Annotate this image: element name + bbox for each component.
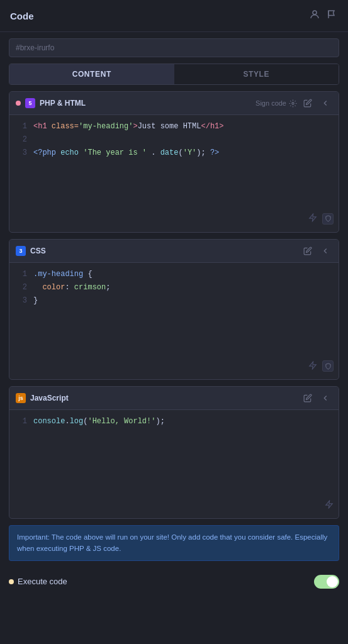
svg-point-2 [292, 102, 294, 104]
execute-label-text: Execute code [18, 577, 67, 586]
bolt-icon[interactable] [308, 213, 317, 224]
sign-code-button[interactable]: Sign code [255, 99, 297, 108]
php-html-footer [9, 211, 339, 227]
php-html-section: 5 PHP & HTML Sign code 1 <h1 class='my-h… [9, 91, 339, 233]
shield-icon[interactable] [322, 360, 334, 372]
js-title: js JavaScript [16, 393, 69, 403]
header-actions [309, 9, 338, 23]
footer-bar: Execute code [0, 567, 348, 596]
css-section: 3 CSS 1 .my-heading { 2 color: crimson; … [9, 239, 339, 380]
php-collapse-icon[interactable] [318, 96, 332, 110]
js-edit-icon[interactable] [301, 391, 315, 405]
code-line: 2 [9, 133, 339, 147]
bolt-icon[interactable] [308, 361, 317, 372]
shield-icon[interactable] [322, 213, 334, 225]
svg-marker-4 [310, 362, 317, 369]
css-collapse-icon[interactable] [318, 244, 332, 258]
css-header: 3 CSS [9, 240, 339, 263]
tab-style[interactable]: STYLE [174, 64, 339, 84]
svg-point-0 [313, 11, 317, 14]
toggle-knob [327, 576, 338, 587]
css-edit-icon[interactable] [301, 244, 315, 258]
js-code-area: 1 console.log('Hello, World!'); [9, 410, 339, 518]
php-html-title: 5 PHP & HTML [16, 98, 86, 108]
js-footer [9, 497, 339, 513]
svg-marker-5 [326, 501, 333, 508]
execute-code-toggle[interactable] [314, 575, 339, 589]
code-line: 2 color: crimson; [9, 281, 339, 294]
css-badge: 3 [16, 246, 26, 256]
code-line: 1 console.log('Hello, World!'); [9, 415, 339, 428]
php-html-actions: Sign code [255, 96, 332, 110]
element-id-bar: #brxe-irurfo [9, 38, 339, 57]
app-header: Code [0, 0, 348, 32]
flag-icon[interactable] [327, 9, 338, 23]
svg-marker-3 [310, 214, 317, 221]
app-title: Code [10, 11, 34, 21]
code-line: 3 } [9, 294, 339, 308]
css-actions [301, 244, 332, 258]
css-title: 3 CSS [16, 246, 46, 256]
code-line: 1 <h1 class='my-heading'>Just some HTML<… [9, 120, 339, 133]
js-section: js JavaScript 1 console.log('Hello, Worl… [9, 386, 339, 519]
php-edit-icon[interactable] [301, 96, 315, 110]
tab-content[interactable]: CONTENT [9, 64, 174, 84]
php-html-code-area: 1 <h1 class='my-heading'>Just some HTML<… [9, 115, 339, 232]
code-line: 3 <?php echo 'The year is ' . date('Y');… [9, 147, 339, 160]
code-line: 1 .my-heading { [9, 268, 339, 281]
css-footer [9, 358, 339, 374]
css-lang-label: CSS [30, 247, 46, 255]
css-code-area: 1 .my-heading { 2 color: crimson; 3 } [9, 263, 339, 380]
php-html-header: 5 PHP & HTML Sign code [9, 92, 339, 115]
js-actions [301, 391, 332, 405]
php-badge: 5 [25, 98, 35, 108]
bolt-icon[interactable] [325, 500, 334, 511]
js-header: js JavaScript [9, 387, 339, 410]
php-dot [16, 101, 21, 106]
user-icon[interactable] [309, 9, 320, 23]
tab-bar: CONTENT STYLE [9, 64, 339, 85]
php-lang-label: PHP & HTML [40, 99, 86, 108]
js-collapse-icon[interactable] [318, 391, 332, 405]
status-dot [9, 579, 14, 584]
js-badge: js [16, 393, 26, 403]
warning-banner: Important: The code above will run on yo… [9, 525, 339, 561]
js-lang-label: JavaScript [30, 394, 69, 402]
execute-code-label: Execute code [9, 577, 67, 586]
